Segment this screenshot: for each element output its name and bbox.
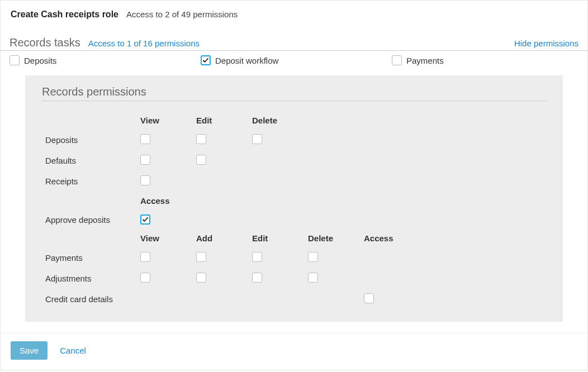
checkbox-payments-edit[interactable]	[252, 252, 262, 262]
checkbox-adjustments-add[interactable]	[196, 273, 206, 283]
checkbox-payments-delete[interactable]	[308, 252, 318, 262]
table-row: Payments	[42, 247, 416, 268]
checkbox-receipts-view[interactable]	[140, 175, 150, 185]
col-view: View	[137, 111, 193, 130]
checkbox-adjustments-delete[interactable]	[308, 273, 318, 283]
page-subtitle: Access to 2 of 49 permissions	[126, 9, 238, 19]
table-row: Credit card details	[42, 289, 416, 309]
checkbox-payments[interactable]	[392, 55, 402, 65]
section-title: Records tasks	[10, 36, 80, 49]
tasks-row: Deposits Deposit workflow Payments	[1, 51, 587, 70]
row-label-defaults: Defaults	[42, 150, 137, 171]
task-deposits: Deposits	[10, 55, 196, 65]
save-button[interactable]: Save	[11, 341, 48, 360]
section-permission-count: Access to 1 of 16 permissions	[88, 39, 200, 48]
table-header-row: Access	[42, 192, 416, 210]
row-label-payments: Payments	[42, 247, 137, 268]
task-payments-label: Payments	[406, 56, 444, 65]
permissions-table: View Edit Delete Deposits Defaults Re	[42, 111, 416, 309]
checkbox-deposits-edit[interactable]	[196, 134, 206, 144]
row-label-credit: Credit card details	[42, 289, 137, 309]
checkbox-deposits[interactable]	[10, 55, 20, 65]
footer: Save Cancel	[1, 333, 587, 370]
checkmark-icon	[202, 57, 209, 64]
page-container: Create Cash receipts role Access to 2 of…	[0, 0, 588, 370]
table-row: Defaults	[42, 150, 416, 171]
col-edit: Edit	[193, 111, 249, 130]
checkbox-adjustments-view[interactable]	[140, 273, 150, 283]
permissions-title: Records permissions	[42, 85, 546, 101]
cancel-button[interactable]: Cancel	[56, 345, 89, 356]
checkbox-workflow[interactable]	[201, 55, 211, 65]
col-access: Access	[361, 229, 416, 247]
checkbox-deposits-delete[interactable]	[252, 134, 262, 144]
table-row: Adjustments	[42, 268, 416, 289]
table-row: Receipts	[42, 171, 416, 192]
checkbox-payments-view[interactable]	[140, 252, 150, 262]
task-deposits-label: Deposits	[24, 56, 56, 65]
row-label-approve: Approve deposits	[42, 210, 137, 229]
col-view: View	[137, 229, 193, 247]
col-edit: Edit	[249, 229, 305, 247]
row-label-deposits: Deposits	[42, 130, 137, 150]
row-label-receipts: Receipts	[42, 171, 137, 192]
col-access: Access	[137, 192, 193, 210]
permissions-panel: Records permissions View Edit Delete Dep…	[25, 75, 563, 322]
checkbox-payments-add[interactable]	[196, 252, 206, 262]
col-delete: Delete	[249, 111, 305, 130]
row-label-adjustments: Adjustments	[42, 268, 137, 289]
checkbox-defaults-edit[interactable]	[196, 155, 206, 165]
task-workflow: Deposit workflow	[201, 55, 387, 65]
table-header-row: View Edit Delete	[42, 111, 416, 130]
col-delete: Delete	[305, 229, 361, 247]
col-add: Add	[193, 229, 249, 247]
checkmark-icon	[142, 216, 149, 223]
table-row: Approve deposits	[42, 210, 416, 229]
checkbox-defaults-view[interactable]	[140, 155, 150, 165]
task-workflow-label: Deposit workflow	[215, 56, 278, 65]
checkbox-credit-access[interactable]	[364, 293, 374, 303]
checkbox-adjustments-edit[interactable]	[252, 273, 262, 283]
checkbox-deposits-view[interactable]	[140, 134, 150, 144]
page-title: Create Cash receipts role	[11, 9, 118, 20]
checkbox-approve-access[interactable]	[140, 214, 150, 225]
hide-permissions-link[interactable]: Hide permissions	[514, 39, 578, 48]
task-payments: Payments	[392, 55, 578, 65]
table-header-row: View Add Edit Delete Access	[42, 229, 416, 247]
section-header: Records tasks Access to 1 of 16 permissi…	[1, 36, 587, 51]
table-row: Deposits	[42, 130, 416, 150]
page-header: Create Cash receipts role Access to 2 of…	[1, 1, 587, 25]
